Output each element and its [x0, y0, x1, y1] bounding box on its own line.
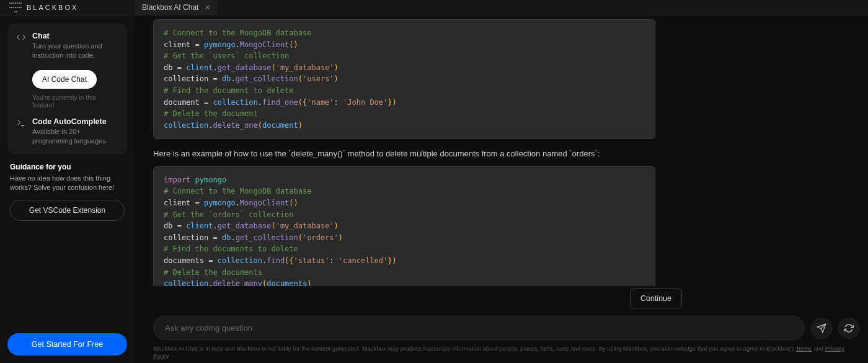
close-icon[interactable]: × — [205, 2, 210, 12]
guidance-title: Guidance for you — [10, 163, 125, 171]
chat-scroll[interactable]: # Connect to the MongoDB database client… — [135, 16, 868, 286]
continue-row: Continue — [135, 286, 868, 313]
disclaimer: Blackbox AI Chat is in beta and Blackbox… — [135, 341, 868, 359]
send-icon — [817, 323, 826, 333]
send-button[interactable] — [811, 318, 832, 339]
topbar: BLACKBOX Blackbox AI Chat × — [0, 0, 868, 16]
sidebar-panel: Chat Turn your question and instruction … — [7, 23, 127, 154]
code-block-2[interactable]: import pymongo # Connect to the MongoDB … — [153, 166, 655, 286]
autocomplete-desc: Available in 20+ programming languages. — [32, 127, 118, 146]
chat-content: # Connect to the MongoDB database client… — [135, 16, 868, 363]
terminal-icon — [16, 118, 26, 128]
chat-desc: Turn your question and instruction into … — [32, 42, 118, 60]
chat-input[interactable] — [153, 316, 805, 340]
sidebar: Chat Turn your question and instruction … — [0, 16, 135, 363]
guidance-section: Guidance for you Have no idea how does t… — [7, 163, 127, 221]
sidebar-item-chat[interactable]: Chat Turn your question and instruction … — [16, 32, 118, 60]
current-feature-note: You're currently in this feature! — [32, 94, 118, 109]
brand-logo: BLACKBOX — [0, 0, 135, 15]
brand-name: BLACKBOX — [27, 4, 78, 11]
tab-label: Blackbox AI Chat — [142, 3, 198, 12]
autocomplete-title: Code AutoComplete — [32, 117, 118, 126]
code-icon — [16, 32, 26, 42]
terms-link[interactable]: Terms — [796, 345, 812, 352]
get-started-button[interactable]: Get Started For Free — [7, 333, 127, 356]
continue-button[interactable]: Continue — [630, 289, 682, 308]
guidance-text: Have no idea how does this thing works? … — [10, 174, 125, 192]
get-vscode-extension-button[interactable]: Get VSCode Extension — [10, 200, 125, 221]
tab-blackbox-chat[interactable]: Blackbox AI Chat × — [135, 0, 218, 15]
sidebar-item-autocomplete[interactable]: Code AutoComplete Available in 20+ progr… — [16, 117, 118, 146]
code-block-1[interactable]: # Connect to the MongoDB database client… — [153, 19, 655, 139]
input-row — [135, 313, 868, 341]
ai-code-chat-button[interactable]: AI Code Chat — [32, 70, 97, 89]
refresh-button[interactable] — [838, 318, 859, 339]
logo-icon — [9, 1, 22, 14]
description-text: Here is an example of how to use the `de… — [153, 148, 655, 160]
chat-title: Chat — [32, 32, 118, 40]
refresh-icon — [844, 323, 854, 333]
